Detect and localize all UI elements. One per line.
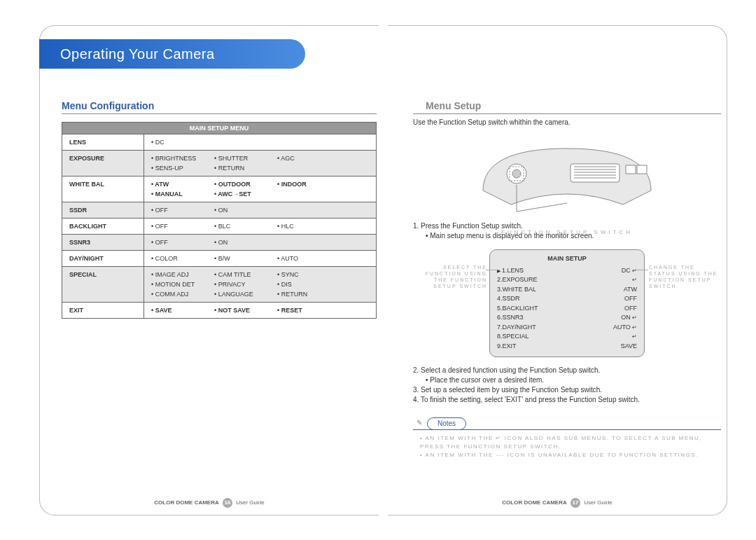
menu-item: 5.BACKLIGHTOFF [497,304,637,314]
row-values: BRIGHTNESSSHUTTERAGCSENS-UPRETURN- [144,151,377,176]
table-row: DAY/NIGHTCOLORB/WAUTO [62,251,377,267]
main-setup-title: MAIN SETUP [497,254,637,263]
table-row: EXPOSUREBRIGHTNESSSHUTTERAGCSENS-UPRETUR… [62,151,377,176]
row-values: SAVENOT SAVERESET [144,303,377,319]
table-row: SPECIALIMAGE ADJCAM TITLESYNCMOTION DETP… [62,267,377,303]
value-item: BRIGHTNESS [151,155,214,162]
instruction-line: • Place the cursor over a desired item. [426,375,721,385]
menu-item: 6.SSNR3ON [497,313,637,323]
value-item: PRIVACY [214,281,277,288]
steps-block: 2. Select a desired function using the F… [413,366,721,405]
value-item: RETURN [277,291,333,298]
page: COLOR DOME CAMERA 16 User Guide COLOR DO… [0,0,756,540]
menu-item: 3.WHITE BALATW [497,285,637,295]
intro-text: Use the Function Setup switch whithin th… [413,118,721,127]
value-item: AUTO [277,255,333,262]
row-label: SSDR [62,202,144,219]
footer-left: COLOR DOME CAMERA 16 User Guide [40,498,379,508]
value-item: INDOOR [277,181,333,188]
value-item: CAM TITLE [214,271,277,278]
callout-left: SELECT THE FUNCTION USING THE FUNCTION S… [412,264,487,289]
table-header: MAIN SETUP MENU [62,123,377,134]
svg-line-12 [517,203,567,212]
menu-item: 9.EXITSAVE [497,342,637,352]
menu-item: 2.EXPOSURE [497,275,637,285]
page-number-left: 16 [223,498,232,508]
row-label: SPECIAL [62,267,144,303]
section-label-left: Menu Configuration [62,100,154,111]
row-values: OFFON [144,202,377,219]
note-line: • AN ITEM WITH THE ↵ ICON ALSO HAS SUB M… [420,434,721,451]
svg-point-1 [512,169,521,178]
menu-item: 8.SPECIAL [497,332,637,342]
table-row: BACKLIGHTOFFBLCHLC [62,219,377,235]
row-label: DAY/NIGHT [62,251,144,267]
row-label: EXIT [62,303,144,319]
value-item: RESET [277,307,333,314]
value-item: ON [214,239,277,246]
menu-item: 1.LENSDC [497,266,637,276]
main-setup-display: SELECT THE FUNCTION USING THE FUNCTION S… [489,249,645,357]
notes-label: Notes [427,417,466,430]
row-label: LENS [62,134,144,151]
value-item: COLOR [151,255,214,262]
row-label: EXPOSURE [62,151,144,176]
instruction-line: 2. Select a desired function using the F… [413,366,721,375]
notes-section: Notes • AN ITEM WITH THE ↵ ICON ALSO HAS… [413,417,721,459]
value-item: ON [214,207,277,214]
value-item: IMAGE ADJ [151,271,214,278]
footer-guide: User Guide [584,499,612,506]
value-item: OFF [151,207,214,214]
menu-config-table: MAIN SETUP MENU LENSDCEXPOSUREBRIGHTNESS… [62,122,377,319]
row-values: DC [144,134,377,151]
row-label: WHITE BAL [62,176,144,202]
value-item: DC [151,139,214,146]
right-content: Use the Function Setup switch whithin th… [413,118,721,459]
row-values: ATWOUTDOORINDOORMANUALAWC→SET- [144,176,377,202]
row-label: SSNR3 [62,235,144,251]
table-row: SSNR3OFFON [62,235,377,251]
value-item: MANUAL [151,191,214,198]
table-row: EXITSAVENOT SAVERESET [62,303,377,319]
row-values: IMAGE ADJCAM TITLESYNCMOTION DETPRIVACYD… [144,267,377,303]
value-item: SENS-UP [151,165,214,172]
divider-left [62,113,377,114]
value-item: HLC [277,223,333,230]
menu-item: 7.DAY/NIGHTAUTO [497,323,637,333]
svg-rect-9 [626,165,636,174]
svg-rect-10 [637,165,647,174]
value-item: B/W [214,255,277,262]
value-item: AGC [277,155,333,162]
section-label-right: Menu Setup [426,100,481,111]
value-item: SYNC [277,271,333,278]
row-values: OFFON [144,235,377,251]
footer-guide: User Guide [236,499,264,506]
camera-diagram: FUNCTION SETUP SWITCH [462,134,672,219]
divider-right [413,113,721,114]
page-number-right: 17 [570,498,580,508]
table-row: LENSDC [62,134,377,151]
row-values: OFFBLCHLC [144,219,377,235]
footer-right: COLOR DOME CAMERA 17 User Guide [388,498,727,508]
instruction-line: 3. Set up a selected item by using the F… [413,385,721,395]
value-item: AWC→SET [214,191,277,198]
menu-item: 4.SSDROFF [497,294,637,304]
value-item: NOT SAVE [214,307,277,314]
value-item: OFF [151,223,214,230]
value-item: RETURN [214,165,277,172]
value-item: MOTION DET [151,281,214,288]
value-item: SHUTTER [214,155,277,162]
value-item: ATW [151,181,214,188]
table-row: WHITE BALATWOUTDOORINDOORMANUALAWC→SET- [62,176,377,202]
footer-product: COLOR DOME CAMERA [154,499,218,506]
value-item: SAVE [151,307,214,314]
value-item: DIS [277,281,333,288]
page-title: Operating Your Camera [39,39,305,69]
value-item: OFF [151,239,214,246]
diagram-caption: FUNCTION SETUP SWITCH [462,228,672,236]
value-item: OUTDOOR [214,181,277,188]
value-item: LANGUAGE [214,291,277,298]
footer-product: COLOR DOME CAMERA [502,499,566,506]
value-item: BLC [214,223,277,230]
row-label: BACKLIGHT [62,219,144,235]
